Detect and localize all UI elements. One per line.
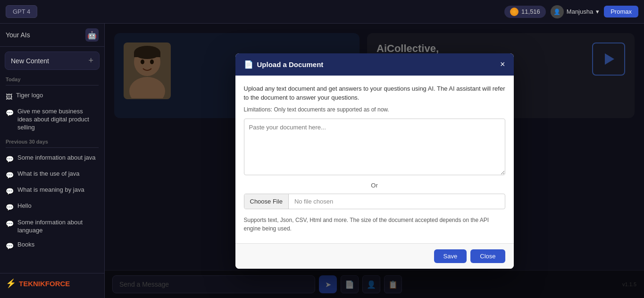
sidebar-item-label: Give me some business ideas about digita… bbox=[17, 108, 99, 132]
sidebar-item-label: Some information about language bbox=[17, 219, 99, 235]
avatar: 👤 bbox=[551, 5, 564, 18]
sidebar-item-label: Hello bbox=[17, 202, 32, 210]
chat-icon: 💬 bbox=[6, 242, 14, 250]
logo-text: TEKNIKFORCE bbox=[19, 280, 70, 288]
upload-document-modal: 📄 Upload a Document × Upload any text do… bbox=[235, 53, 514, 269]
modal-title-text: Upload a Document bbox=[257, 60, 324, 68]
chat-icon: 💬 bbox=[6, 155, 14, 163]
sidebar-item-language-info[interactable]: 💬 Some information about language bbox=[0, 215, 104, 238]
sidebar-item-java-use[interactable]: 💬 What is the use of java bbox=[0, 167, 104, 183]
modal-file-row: Choose File No file chosen bbox=[244, 194, 505, 209]
sidebar-footer: ⚡ TEKNIKFORCE bbox=[0, 273, 104, 293]
modal-save-button[interactable]: Save bbox=[434, 249, 467, 263]
sidebar-item-tiger-logo[interactable]: 🖼 Tiger logo bbox=[0, 88, 104, 104]
sidebar-item-label: What is the use of java bbox=[17, 170, 80, 178]
plus-icon: + bbox=[88, 56, 93, 66]
modal-supports-text: Supports text, Json, CSV, Html and more.… bbox=[244, 216, 505, 233]
header-left: GPT 4 bbox=[6, 5, 37, 18]
choose-file-button[interactable]: Choose File bbox=[244, 194, 289, 209]
new-content-label: New Content bbox=[11, 57, 49, 65]
modal-header: 📄 Upload a Document × bbox=[235, 53, 514, 76]
modal-footer: Save Close bbox=[235, 243, 514, 269]
previous-section-label: Previous 30 days bbox=[0, 135, 104, 146]
sidebar-item-books[interactable]: 💬 Books bbox=[0, 238, 104, 254]
sidebar-item-java-meaning[interactable]: 💬 What is meaning by java bbox=[0, 183, 104, 199]
sidebar-your-ais: Your AIs 🤖 bbox=[0, 24, 104, 47]
today-section-label: Today bbox=[0, 73, 104, 84]
modal-textarea[interactable] bbox=[244, 119, 505, 175]
chat-icon: 💬 bbox=[6, 171, 14, 179]
sidebar-item-business-ideas[interactable]: 💬 Give me some business ideas about digi… bbox=[0, 104, 104, 135]
image-icon: 🖼 bbox=[6, 93, 12, 101]
your-ais-label: Your AIs bbox=[6, 31, 30, 39]
user-name: Manjusha bbox=[567, 8, 593, 15]
chevron-down-icon: ▾ bbox=[596, 8, 599, 15]
modal-limitation: Limitations: Only text documents are sup… bbox=[244, 106, 505, 113]
sidebar-item-hello[interactable]: 💬 Hello bbox=[0, 199, 104, 215]
modal-overlay: 📄 Upload a Document × Upload any text do… bbox=[105, 24, 644, 298]
modal-description: Upload any text document and get answers… bbox=[244, 84, 505, 102]
modal-title: 📄 Upload a Document bbox=[244, 60, 324, 69]
file-name-label: No file chosen bbox=[289, 194, 505, 209]
sidebar: Your AIs 🤖 New Content + Today 🖼 Tiger l… bbox=[0, 24, 105, 298]
sidebar-item-label: Some information about java bbox=[17, 154, 95, 162]
today-divider bbox=[6, 85, 99, 85]
chat-icon: 💬 bbox=[6, 203, 14, 212]
promax-button[interactable]: Promax bbox=[604, 6, 638, 17]
header-right: 11,516 👤 Manjusha ▾ Promax bbox=[504, 5, 638, 18]
sidebar-item-label: Books bbox=[17, 241, 34, 249]
sidebar-item-label: Tiger logo bbox=[16, 92, 43, 100]
modal-body: Upload any text document and get answers… bbox=[235, 76, 514, 243]
new-content-button[interactable]: New Content + bbox=[5, 51, 100, 70]
modal-close-button[interactable]: Close bbox=[470, 249, 505, 263]
chat-icon: 💬 bbox=[6, 109, 14, 117]
content-area: AiCollective, setup is completed. To wat… bbox=[105, 24, 644, 298]
modal-close-x-button[interactable]: × bbox=[500, 60, 505, 68]
coins-badge: 11,516 bbox=[504, 6, 546, 18]
main-layout: Your AIs 🤖 New Content + Today 🖼 Tiger l… bbox=[0, 24, 644, 298]
sidebar-item-label: What is meaning by java bbox=[17, 186, 84, 194]
gpt-tab[interactable]: GPT 4 bbox=[6, 5, 37, 18]
document-icon: 📄 bbox=[244, 60, 253, 69]
header: GPT 4 11,516 👤 Manjusha ▾ Promax bbox=[0, 0, 644, 24]
chat-icon: 💬 bbox=[6, 220, 14, 228]
sidebar-item-java-info[interactable]: 💬 Some information about java bbox=[0, 151, 104, 167]
previous-divider bbox=[6, 147, 99, 148]
coin-amount: 11,516 bbox=[521, 8, 540, 15]
modal-or-label: Or bbox=[244, 182, 505, 189]
teknikforce-logo: ⚡ TEKNIKFORCE bbox=[6, 278, 70, 289]
coin-icon bbox=[510, 8, 519, 16]
robot-icon[interactable]: 🤖 bbox=[85, 28, 99, 42]
tf-icon: ⚡ bbox=[6, 278, 16, 289]
chat-icon: 💬 bbox=[6, 187, 14, 196]
user-info[interactable]: 👤 Manjusha ▾ bbox=[551, 5, 599, 18]
